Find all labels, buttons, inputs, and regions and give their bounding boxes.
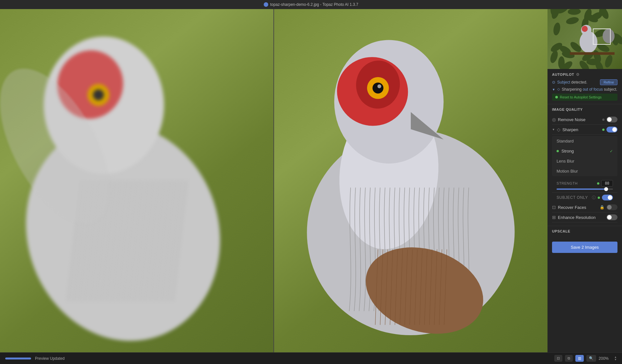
topaz-icon: [264, 2, 268, 7]
remove-noise-toggle[interactable]: [606, 117, 617, 122]
bottom-controls: ⊡ ⧉ ▥ 🔍 200% ▲ ▼: [554, 355, 617, 362]
subject-detected-text: Subject detected.: [557, 80, 598, 85]
split-view-button[interactable]: ⧉: [565, 355, 573, 362]
side-by-side-button[interactable]: ▥: [575, 355, 584, 362]
titlebar-content: topaz-sharpen-demo-6.2.jpg - Topaz Photo…: [264, 2, 358, 7]
autopilot-settings-button[interactable]: ⚙: [576, 72, 580, 77]
sharpen-row[interactable]: ▼ ◇ Sharpen: [552, 125, 617, 135]
enhance-resolution-toggle[interactable]: [606, 214, 617, 220]
subject-detected-row: ⊙ Subject detected. Refine: [552, 79, 617, 85]
sharpen-icon: ◇: [557, 127, 560, 132]
zoom-arrows: ▲ ▼: [614, 356, 617, 361]
upscale-section: UPSCALE: [547, 226, 622, 239]
reset-autopilot-button[interactable]: Reset to Autopilot Settings: [552, 94, 617, 101]
sharpening-icon: ◇: [557, 87, 560, 91]
strength-row: STRENGTH: [552, 177, 617, 192]
sharpen-option-lens-blur[interactable]: Lens Blur: [552, 156, 617, 166]
bottom-bar: Preview Updated ⊡ ⧉ ▥ 🔍 200% ▲ ▼: [0, 352, 622, 364]
strong-check-icon: ✓: [610, 149, 613, 154]
refine-button[interactable]: Refine: [600, 79, 617, 85]
reset-label: Reset to Autopilot Settings: [560, 95, 602, 99]
recover-faces-lock-icon: 🔒: [600, 205, 605, 210]
remove-noise-row: ◎ Remove Noise: [552, 115, 617, 125]
after-panel[interactable]: [274, 9, 547, 352]
strength-status-dot: [597, 182, 599, 185]
sharpen-label: Sharpen: [562, 127, 600, 132]
recover-faces-toggle[interactable]: [606, 204, 617, 210]
progress-bar: [5, 358, 31, 359]
sharpen-option-motion-blur[interactable]: Motion Blur: [552, 166, 617, 176]
subject-only-info-icon[interactable]: ⓘ: [592, 195, 596, 200]
standard-label: Standard: [557, 139, 574, 143]
autopilot-header: AUTOPILOT ⚙: [552, 72, 617, 77]
autopilot-title: AUTOPILOT: [552, 73, 574, 76]
sidebar: AUTOPILOT ⚙ ⊙ Subject detected. Refine ▼…: [547, 9, 622, 352]
remove-noise-icon: ◎: [552, 117, 556, 122]
zoom-level: 200%: [599, 356, 612, 361]
subject-only-row: SUBJECT ONLY ⓘ: [552, 192, 617, 202]
reset-dot-icon: [555, 96, 558, 98]
sharpen-option-standard[interactable]: Standard: [552, 136, 617, 146]
enhance-resolution-icon: ⊞: [552, 215, 556, 220]
enhance-resolution-label: Enhance Resolution: [558, 215, 605, 220]
strength-label: STRENGTH: [557, 181, 595, 185]
sharpening-chevron-icon: ▼: [552, 88, 555, 91]
sharpen-option-strong[interactable]: Strong ✓: [552, 146, 617, 156]
before-image: [0, 9, 273, 352]
strength-slider-thumb[interactable]: [604, 187, 608, 191]
window-title: topaz-sharpen-demo-6.2.jpg - Topaz Photo…: [270, 2, 358, 7]
lens-blur-label: Lens Blur: [557, 159, 574, 164]
preview-status: Preview Updated: [35, 356, 64, 361]
progress-fill: [5, 358, 31, 359]
recover-faces-label: Recover Faces: [558, 205, 598, 210]
out-of-focus-label: out of focus: [583, 87, 603, 92]
remove-noise-status-dot: [602, 119, 605, 121]
sharpening-text: Sharpening out of focus subject.: [562, 87, 617, 92]
remove-noise-label: Remove Noise: [558, 117, 600, 122]
recover-faces-icon: ⊡: [552, 205, 556, 210]
thumbnail-canvas: [547, 9, 622, 69]
thumbnail-area[interactable]: [547, 9, 622, 69]
titlebar: topaz-sharpen-demo-6.2.jpg - Topaz Photo…: [0, 0, 622, 9]
after-image: [274, 9, 547, 352]
motion-blur-label: Motion Blur: [557, 169, 578, 174]
save-button[interactable]: Save 2 Images: [552, 242, 617, 253]
subject-only-status-dot: [598, 197, 600, 199]
strength-slider-fill: [557, 188, 606, 190]
strength-slider-track[interactable]: [557, 188, 613, 190]
strong-label: Strong: [561, 149, 574, 154]
sidebar-content: AUTOPILOT ⚙ ⊙ Subject detected. Refine ▼…: [547, 69, 622, 352]
sharpen-options-panel: Standard Strong ✓ Lens Blur Motion Blur: [552, 136, 617, 176]
image-quality-title: IMAGE QUALITY: [552, 108, 617, 111]
enhance-resolution-row: ⊞ Enhance Resolution: [552, 212, 617, 222]
strong-selected-dot: [557, 150, 559, 152]
zoom-down-arrow[interactable]: ▼: [614, 358, 617, 361]
sharpen-status-dot: [602, 129, 605, 131]
sharpen-toggle[interactable]: [606, 127, 617, 132]
strength-header: STRENGTH: [557, 180, 613, 187]
main-area: AUTOPILOT ⚙ ⊙ Subject detected. Refine ▼…: [0, 9, 622, 352]
subject-label: Subject: [557, 80, 570, 85]
sharpen-chevron-icon[interactable]: ▼: [552, 128, 555, 131]
zoom-out-button[interactable]: 🔍: [586, 355, 596, 362]
subject-only-label: SUBJECT ONLY: [557, 195, 590, 200]
sharpening-row: ▼ ◇ Sharpening out of focus subject.: [552, 87, 617, 92]
autopilot-section: AUTOPILOT ⚙ ⊙ Subject detected. Refine ▼…: [547, 69, 622, 104]
subject-only-toggle[interactable]: [602, 195, 613, 200]
fit-view-button[interactable]: ⊡: [554, 355, 562, 362]
image-area[interactable]: [0, 9, 547, 352]
recover-faces-row: ⊡ Recover Faces 🔒: [552, 202, 617, 212]
before-panel[interactable]: [0, 9, 274, 352]
upscale-title: UPSCALE: [552, 229, 617, 233]
subject-icon: ⊙: [552, 80, 555, 85]
image-quality-section: IMAGE QUALITY ◎ Remove Noise ▼ ◇ Sharpen: [547, 104, 622, 226]
strength-value-input[interactable]: [601, 180, 613, 187]
